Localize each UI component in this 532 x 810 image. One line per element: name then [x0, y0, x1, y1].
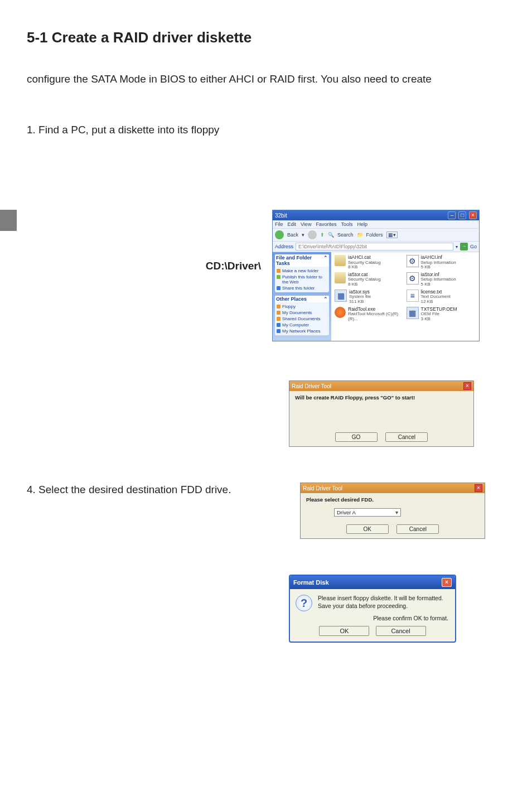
step-4: 4. Select the desired destination FDD dr…: [27, 483, 300, 498]
dialog-message: Please insert floppy diskette. It will b…: [318, 595, 449, 611]
go-button[interactable]: GO: [335, 432, 378, 442]
menu-favorites[interactable]: Favorites: [316, 221, 336, 227]
address-bar: Address E:\Driver\Intel\RAID\Floppy\32bi…: [273, 242, 479, 252]
step-1: 1. Find a PC, put a diskette into its fl…: [27, 123, 505, 138]
cancel-button[interactable]: Cancel: [385, 432, 428, 442]
search-label[interactable]: Search: [337, 232, 354, 238]
maximize-icon[interactable]: □: [458, 211, 466, 219]
go-label: Go: [470, 244, 477, 249]
file-item[interactable]: RaidTool.exeRaidTool Microsoft (C)(R)(R)…: [335, 306, 404, 322]
cancel-button[interactable]: Cancel: [396, 524, 439, 534]
file-item[interactable]: ▦ iaStor.sysSystem file311 KB: [335, 289, 404, 305]
security-catalog-icon: [335, 272, 346, 283]
dialog-titlebar: Format Disk ×: [290, 576, 455, 589]
step-2-row: CD:\Driver\ 32bit – □ × File Edit View F…: [27, 210, 505, 341]
ok-button[interactable]: OK: [319, 626, 369, 636]
dialog-titlebar: Raid Driver Tool ×: [289, 381, 473, 391]
dialog-title: Raid Driver Tool: [303, 485, 342, 491]
menu-view[interactable]: View: [301, 221, 311, 227]
other-mydocs[interactable]: My Documents: [277, 310, 327, 316]
step-4-row: 4. Select the desired destination FDD dr…: [27, 483, 505, 539]
file-item[interactable]: iaStor.catSecurity Catalog8 KB: [335, 272, 404, 288]
task-new-folder[interactable]: Make a new folder: [277, 268, 327, 274]
explorer-titlebar: 32bit – □ ×: [273, 210, 479, 220]
dialog-titlebar: Raid Driver Tool ×: [301, 483, 485, 493]
close-icon[interactable]: ×: [475, 484, 482, 492]
dialog-title: Format Disk: [293, 579, 329, 586]
menu-help[interactable]: Help: [357, 221, 367, 227]
explorer[interactable]: 32bit – □ × File Edit View Favorites Too…: [272, 210, 480, 341]
security-catalog-icon: [335, 255, 346, 266]
back-label[interactable]: Back: [287, 232, 298, 238]
close-icon[interactable]: ×: [463, 382, 471, 390]
ok-button[interactable]: OK: [346, 524, 389, 534]
executable-icon: [335, 307, 346, 318]
file-pane[interactable]: iaAHCI.catSecurity Catalog8 KB ⚙ iaAHCI.…: [331, 252, 479, 341]
minimize-icon[interactable]: –: [448, 211, 456, 219]
explorer-window: 32bit – □ × File Edit View Favorites Too…: [272, 210, 480, 341]
window-controls: – □ ×: [447, 211, 477, 219]
raid-tool-fdd-dialog[interactable]: Raid Driver Tool × Please select desired…: [300, 483, 485, 539]
file-item[interactable]: ≡ license.txtText Document12 KB: [407, 289, 476, 305]
address-label: Address: [275, 244, 293, 249]
other-mycomputer[interactable]: My Computer: [277, 322, 327, 328]
go-button[interactable]: →: [460, 243, 468, 250]
question-icon: ?: [296, 595, 312, 611]
dialog-confirm: Please confirm OK to format.: [290, 614, 455, 625]
fdd-drive-select[interactable]: Driver A: [334, 508, 401, 517]
dialog-message: Please select desired FDD.: [306, 496, 479, 503]
oem-file-icon: ▦: [407, 307, 419, 319]
task-publish[interactable]: Publish this folder to the Web: [277, 274, 327, 285]
explorer-title: 32bit: [275, 213, 287, 219]
step-5-row: Format Disk × ? Please insert floppy dis…: [27, 575, 505, 643]
tasks-header[interactable]: File and Folder Tasks⌃: [275, 254, 329, 267]
file-item[interactable]: ▦ TXTSETUP.OEMOEM File3 KB: [407, 306, 476, 322]
section-heading: 5-1 Create a RAID driver diskette: [27, 29, 505, 46]
close-icon[interactable]: ×: [469, 211, 477, 219]
file-item[interactable]: ⚙ iaAHCI.infSetup Information5 KB: [407, 254, 476, 271]
other-shared[interactable]: Shared Documents: [277, 316, 327, 322]
explorer-sidepanel: File and Folder Tasks⌃ Make a new folder…: [273, 252, 331, 341]
menu-tools[interactable]: Tools: [341, 221, 352, 227]
other-header[interactable]: Other Places⌃: [275, 296, 329, 302]
other-places-panel: Other Places⌃ Floppy My Documents Shared…: [275, 296, 329, 335]
file-item[interactable]: ⚙ iaStor.infSetup Information5 KB: [407, 272, 476, 288]
menu-edit[interactable]: Edit: [288, 221, 297, 227]
step-3-row: Raid Driver Tool × Will be create RAID F…: [27, 380, 505, 447]
dialog-message: Will be create RAID Floppy, press "GO" t…: [295, 394, 468, 401]
system-file-icon: ▦: [335, 290, 347, 302]
dialog-title: Raid Driver Tool: [292, 383, 331, 389]
search-icon[interactable]: 🔍: [328, 232, 334, 238]
page: 5-1 Create a RAID driver diskette config…: [0, 0, 532, 676]
folders-icon[interactable]: 📁: [357, 232, 363, 238]
explorer-menubar[interactable]: File Edit View Favorites Tools Help: [273, 220, 479, 228]
format-disk-dialog[interactable]: Format Disk × ? Please insert floppy dis…: [289, 575, 456, 643]
cancel-button[interactable]: Cancel: [376, 626, 426, 636]
forward-icon[interactable]: [308, 230, 317, 239]
intro-paragraph: configure the SATA Mode in BIOS to eithe…: [27, 72, 505, 87]
cd-path-block: CD:\Driver\: [27, 210, 272, 272]
setup-info-icon: ⚙: [407, 272, 419, 285]
text-file-icon: ≡: [407, 290, 419, 302]
other-network[interactable]: My Network Places: [277, 328, 327, 334]
task-share[interactable]: Share this folder: [277, 285, 327, 291]
raid-tool-go-dialog[interactable]: Raid Driver Tool × Will be create RAID F…: [289, 380, 474, 447]
menu-file[interactable]: File: [275, 221, 283, 227]
explorer-body: File and Folder Tasks⌃ Make a new folder…: [273, 252, 479, 341]
setup-info-icon: ⚙: [407, 255, 419, 267]
back-icon[interactable]: [275, 230, 284, 239]
tasks-panel: File and Folder Tasks⌃ Make a new folder…: [275, 254, 329, 292]
file-item[interactable]: iaAHCI.catSecurity Catalog8 KB: [335, 254, 404, 271]
views-icon[interactable]: ▦▾: [386, 232, 398, 238]
cd-path: CD:\Driver\: [206, 260, 261, 272]
folders-label[interactable]: Folders: [366, 232, 383, 238]
other-floppy[interactable]: Floppy: [277, 303, 327, 310]
explorer-toolbar: Back ▾ ⬆ 🔍 Search 📁 Folders ▦▾: [273, 228, 479, 242]
close-icon[interactable]: ×: [442, 578, 452, 587]
address-input[interactable]: E:\Driver\Intel\RAID\Floppy\32bit: [296, 243, 453, 250]
